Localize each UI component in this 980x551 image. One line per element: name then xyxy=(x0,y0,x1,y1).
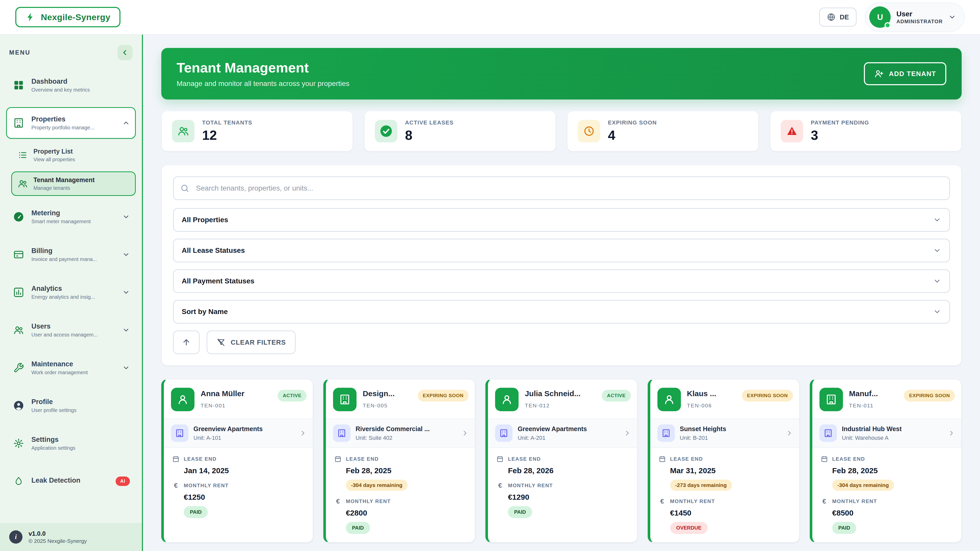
person-avatar-icon xyxy=(495,388,519,411)
info-icon[interactable]: i xyxy=(9,530,22,544)
chevron-down-icon xyxy=(948,13,956,21)
meter-gauge-icon xyxy=(12,210,25,224)
euro-icon: € xyxy=(821,497,828,505)
property-name: Greenview Apartments xyxy=(193,425,294,433)
euro-icon: € xyxy=(334,497,342,505)
droplet-icon xyxy=(12,475,25,488)
sidebar-item-settings[interactable]: Settings Application settings xyxy=(6,427,136,459)
stat-label: TOTAL TENANTS xyxy=(202,119,252,126)
item-label: Properties xyxy=(32,115,116,123)
search-input[interactable] xyxy=(173,176,950,200)
chevron-down-icon xyxy=(933,308,941,316)
tenant-id: TEN-011 xyxy=(849,403,898,409)
lease-end-label: LEASE END xyxy=(508,456,541,462)
chevron-right-icon xyxy=(461,429,469,437)
clear-filters-label: CLEAR FILTERS xyxy=(231,338,286,346)
item-label: Maintenance xyxy=(32,360,116,368)
sidebar-collapse-button[interactable] xyxy=(118,45,133,60)
clear-filters-button[interactable]: CLEAR FILTERS xyxy=(207,330,296,354)
gear-icon xyxy=(12,437,25,450)
users-icon xyxy=(12,324,25,337)
property-filter-select[interactable]: All Properties xyxy=(173,208,950,232)
sidebar-item-billing[interactable]: Billing Invoice and payment mana... xyxy=(6,239,136,270)
avatar-initial: U xyxy=(877,13,883,22)
top-bar-actions: DE U User ADMINISTRATOR xyxy=(819,2,965,32)
item-sublabel: Application settings xyxy=(32,445,130,451)
user-avatar: U xyxy=(869,6,891,28)
tenant-card-header: Design... TEN-005 EXPIRING SOON xyxy=(326,380,475,418)
sidebar-item-maintenance[interactable]: Maintenance Work order management xyxy=(6,352,136,384)
lease-status-filter-select[interactable]: All Lease Statuses xyxy=(173,239,950,262)
lease-end-label: LEASE END xyxy=(184,456,217,462)
tenant-card[interactable]: Klaus ... TEN-006 EXPIRING SOON Sunset H… xyxy=(648,379,800,543)
item-sublabel: Energy analytics and insig... xyxy=(32,294,116,300)
item-sublabel: Work order management xyxy=(32,370,116,375)
people-icon xyxy=(17,178,28,189)
monthly-rent-label: MONTHLY RENT xyxy=(508,483,553,489)
check-circle-icon xyxy=(375,120,397,142)
building-icon xyxy=(819,424,837,442)
ai-badge: AI xyxy=(116,476,130,486)
property-link[interactable]: Riverside Commercial ... Unit: Suite 402 xyxy=(326,418,475,448)
tenant-id: TEN-005 xyxy=(363,403,411,409)
payment-badge: PAID xyxy=(508,506,532,518)
brand-logo[interactable]: Nexgile-Synergy xyxy=(15,7,121,27)
tenant-card-grid: Anna Müller TEN-001 ACTIVE Greenview Apa… xyxy=(161,379,962,543)
item-sublabel: Overview and key metrics xyxy=(32,87,130,93)
tenant-card[interactable]: Manuf... TEN-011 EXPIRING SOON Industria… xyxy=(810,379,962,543)
arrow-up-icon xyxy=(182,338,191,347)
sidebar-nav: Dashboard Overview and key metrics Prope… xyxy=(0,66,142,497)
payment-status-filter-select[interactable]: All Payment Statuses xyxy=(173,269,950,293)
calendar-icon xyxy=(334,455,342,463)
stats-row: TOTAL TENANTS 12 ACTIVE LEASES 8 EXPIR xyxy=(161,111,962,151)
property-link[interactable]: Sunset Heights Unit: B-201 xyxy=(650,418,799,448)
sidebar-item-property-list[interactable]: Property List View all properties xyxy=(11,143,136,167)
warning-triangle-icon xyxy=(781,120,803,142)
sidebar-item-dashboard[interactable]: Dashboard Overview and key metrics xyxy=(6,69,136,101)
property-unit: Unit: Suite 402 xyxy=(355,435,456,441)
sidebar-item-leak-detection[interactable]: Leak Detection AI xyxy=(6,465,136,497)
sidebar-item-tenant-management[interactable]: Tenant Management Manage tenants xyxy=(11,171,136,196)
chevron-down-icon xyxy=(122,251,130,259)
property-link[interactable]: Industrial Hub West Unit: Warehouse A xyxy=(812,418,961,448)
sidebar-item-metering[interactable]: Metering Smart meter management xyxy=(6,201,136,233)
sidebar-item-users[interactable]: Users User and access managem... xyxy=(6,314,136,346)
property-unit: Unit: Warehouse A xyxy=(842,435,942,441)
tenant-card[interactable]: Julia Schneid... TEN-012 ACTIVE Greenvie… xyxy=(485,379,637,543)
item-sublabel: User profile settings xyxy=(32,407,130,413)
profile-icon xyxy=(12,399,25,412)
banner-text: Tenant Management Manage and monitor all… xyxy=(177,60,349,88)
menu-label: MENU xyxy=(9,49,30,56)
building-icon xyxy=(171,424,188,442)
monthly-rent-value: €8500 xyxy=(832,509,953,517)
sidebar-item-profile[interactable]: Profile User profile settings xyxy=(6,390,136,421)
stat-label: EXPIRING SOON xyxy=(608,119,657,126)
monthly-rent-label: MONTHLY RENT xyxy=(670,499,715,504)
days-remaining-badge: -273 days remaining xyxy=(670,480,732,491)
days-remaining-badge: -304 days remaining xyxy=(832,480,894,491)
user-menu[interactable]: U User ADMINISTRATOR xyxy=(865,2,965,32)
people-icon xyxy=(172,120,194,142)
item-sublabel: User and access managem... xyxy=(32,332,116,338)
person-avatar-icon xyxy=(657,388,681,411)
calendar-icon xyxy=(172,455,180,463)
tenant-details: LEASE END Feb 28, 2025 -304 days remaini… xyxy=(812,448,961,542)
tenant-card[interactable]: Design... TEN-005 EXPIRING SOON Riversid… xyxy=(323,379,475,543)
item-label: Users xyxy=(32,322,116,330)
sidebar-header: MENU xyxy=(0,35,142,66)
property-link[interactable]: Greenview Apartments Unit: A-101 xyxy=(164,418,313,448)
item-sublabel: Manage tenants xyxy=(33,185,130,191)
tenant-card[interactable]: Anna Müller TEN-001 ACTIVE Greenview Apa… xyxy=(161,379,313,543)
sidebar-item-analytics[interactable]: Analytics Energy analytics and insig... xyxy=(6,276,136,308)
property-link[interactable]: Greenview Apartments Unit: A-201 xyxy=(488,418,637,448)
sort-direction-button[interactable] xyxy=(173,330,200,354)
stat-value: 4 xyxy=(608,127,657,143)
top-bar: Nexgile-Synergy DE U User ADMINISTRATOR xyxy=(0,0,980,35)
language-label: DE xyxy=(840,13,849,21)
add-tenant-button[interactable]: ADD TENANT xyxy=(864,62,946,85)
filters-panel: All Properties All Lease Statuses All Pa… xyxy=(161,165,962,366)
tenant-name: Manuf... xyxy=(849,389,898,398)
sidebar-item-properties[interactable]: Properties Property portfolio manage... xyxy=(6,107,136,139)
language-button[interactable]: DE xyxy=(819,8,856,27)
sort-select[interactable]: Sort by Name xyxy=(173,300,950,324)
